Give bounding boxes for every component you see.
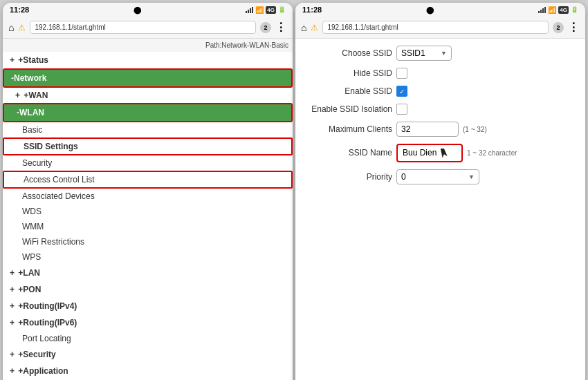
sidebar-item-basic[interactable]: Basic — [3, 122, 293, 137]
max-clients-hint: (1 ~ 32) — [463, 126, 487, 133]
right-warning-icon: ⚠ — [311, 23, 318, 32]
choose-ssid-select[interactable]: SSID1 ▼ — [396, 46, 452, 61]
priority-control: 0 ▼ — [396, 169, 578, 184]
wan-label: +WAN — [24, 91, 48, 100]
right-battery-icon: 🔋 — [571, 6, 578, 13]
wmm-label: WMM — [22, 222, 44, 231]
enable-ssid-checkbox[interactable]: ✓ — [396, 86, 407, 97]
sidebar-item-wan[interactable]: +WAN — [3, 88, 293, 103]
signal-bar-4 — [252, 7, 253, 13]
ssid-name-row: SSID Name Buu Dien 1 ~ 32 character — [302, 144, 578, 162]
hide-ssid-row: Hide SSID — [302, 68, 578, 79]
ssid-dropdown-arrow: ▼ — [441, 50, 447, 57]
sidebar-item-wmm[interactable]: WMM — [3, 219, 293, 234]
hide-ssid-label: Hide SSID — [302, 68, 392, 78]
right-signal — [538, 6, 546, 13]
right-tab-badge[interactable]: 2 — [553, 22, 564, 33]
sidebar-item-port-locating[interactable]: Port Locating — [3, 331, 293, 346]
application-label: +Application — [18, 366, 68, 376]
maximum-clients-input[interactable]: 32 — [396, 122, 459, 137]
left-home-icon[interactable]: ⌂ — [8, 22, 14, 33]
maximum-clients-row: Maximum Clients 32 (1 ~ 32) — [302, 122, 578, 137]
enable-ssid-isolation-row: Enable SSID Isolation — [302, 104, 578, 115]
enable-ssid-row: Enable SSID ✓ — [302, 86, 578, 97]
max-clients-value: 32 — [401, 124, 410, 134]
ssid-name-hint: 1 ~ 32 character — [467, 149, 517, 157]
sidebar-item-routing-ipv6[interactable]: +Routing(IPv6) — [3, 314, 293, 331]
right-lte-badge: 4G — [558, 6, 569, 14]
signal-bar-1 — [246, 11, 247, 13]
wifi-restrictions-label: WiFi Restrictions — [22, 237, 84, 247]
routing-ipv6-label: +Routing(IPv6) — [18, 318, 77, 327]
maximum-clients-label: Maximum Clients — [302, 124, 392, 134]
ssid-isolation-checkbox[interactable] — [396, 104, 407, 115]
sidebar-item-application[interactable]: +Application — [3, 363, 293, 379]
enable-ssid-label: Enable SSID — [302, 86, 392, 96]
port-locating-label: Port Locating — [22, 334, 71, 343]
ssid-name-control: Buu Dien 1 ~ 32 character — [396, 144, 578, 162]
hide-ssid-checkbox[interactable] — [396, 68, 407, 79]
priority-value: 0 — [401, 172, 406, 182]
security-label: Security — [22, 158, 52, 168]
wds-label: WDS — [22, 207, 42, 216]
signal-bar-3 — [250, 8, 251, 13]
right-status-icons: 📶 4G 🔋 — [538, 6, 578, 14]
wps-label: WPS — [22, 252, 41, 262]
left-warning-icon: ⚠ — [18, 23, 26, 32]
sidebar-item-wds[interactable]: WDS — [3, 204, 293, 219]
maximum-clients-control: 32 (1 ~ 32) — [396, 122, 578, 137]
sidebar-item-lan[interactable]: +LAN — [3, 265, 293, 281]
left-wifi-icon: 📶 — [255, 6, 264, 14]
associated-label: Associated Devices — [22, 191, 95, 201]
right-content: Choose SSID SSID1 ▼ Hide SSID — [295, 39, 585, 380]
sidebar-item-status[interactable]: +Status — [3, 52, 293, 68]
sidebar-item-access-control[interactable]: Access Control List — [3, 171, 293, 189]
priority-dropdown-arrow: ▼ — [468, 173, 475, 180]
left-url-text: 192.168.1.1/start.ghtml — [35, 23, 105, 31]
choose-ssid-row: Choose SSID SSID1 ▼ — [302, 46, 578, 61]
sidebar-item-wlan[interactable]: -WLAN — [3, 103, 293, 122]
left-url-bar[interactable]: 192.168.1.1/start.ghtml — [30, 21, 256, 34]
right-status-dot: ⬤ — [426, 6, 434, 14]
left-menu-icon[interactable]: ⋮ — [275, 21, 287, 34]
left-phone: 11:28 ⬤ 📶 4G 🔋 ⌂ ⚠ 192.168.1.1/start.ght… — [3, 3, 293, 380]
lan-label: +LAN — [18, 268, 40, 278]
pon-label: +PON — [18, 285, 41, 294]
sidebar-item-pon[interactable]: +PON — [3, 281, 293, 298]
hide-ssid-control — [396, 68, 578, 79]
right-home-icon[interactable]: ⌂ — [301, 22, 306, 33]
left-tab-badge[interactable]: 2 — [260, 22, 271, 33]
sidebar-item-security-section[interactable]: +Security — [3, 346, 293, 363]
r-signal-bar-1 — [538, 11, 540, 13]
sidebar: Path:Network-WLAN-Basic +Status -Network… — [3, 39, 293, 380]
sidebar-item-associated[interactable]: Associated Devices — [3, 189, 293, 204]
sidebar-item-network[interactable]: -Network — [3, 68, 293, 88]
right-nav-bar: ⌂ ⚠ 192.168.1.1/start.ghtml 2 ⋮ — [295, 17, 585, 39]
form-panel: Choose SSID SSID1 ▼ Hide SSID — [295, 39, 585, 380]
ssid-name-input[interactable]: Buu Dien — [398, 146, 461, 160]
ssid-name-wrapper: Buu Dien — [396, 144, 463, 162]
ssid-value: SSID1 — [401, 48, 425, 58]
priority-select[interactable]: 0 ▼ — [396, 169, 479, 184]
priority-label: Priority — [302, 172, 392, 182]
right-menu-icon[interactable]: ⋮ — [568, 21, 580, 34]
choose-ssid-label: Choose SSID — [302, 48, 392, 58]
access-control-label: Access Control List — [24, 175, 95, 184]
left-nav-bar: ⌂ ⚠ 192.168.1.1/start.ghtml 2 ⋮ — [3, 17, 293, 39]
priority-row: Priority 0 ▼ — [302, 169, 578, 184]
right-status-bar: 11:28 ⬤ 📶 4G 🔋 — [295, 3, 585, 17]
sidebar-item-ssid-settings[interactable]: SSID Settings — [3, 137, 293, 155]
left-content: Path:Network-WLAN-Basic +Status -Network… — [3, 39, 293, 380]
right-url-bar[interactable]: 192.168.1.1/start.ghtml — [322, 21, 549, 34]
left-signal — [246, 6, 253, 13]
right-time: 11:28 — [302, 6, 322, 14]
right-url-text: 192.168.1.1/start.ghtml — [327, 23, 398, 31]
sidebar-item-security[interactable]: Security — [3, 155, 293, 171]
r-signal-bar-2 — [540, 10, 542, 13]
signal-bar-2 — [248, 10, 249, 13]
right-phone: 11:28 ⬤ 📶 4G 🔋 ⌂ ⚠ 192.168.1.1/start.ght… — [295, 3, 585, 380]
sidebar-item-routing-ipv4[interactable]: +Routing(IPv4) — [3, 298, 293, 314]
sidebar-item-wps[interactable]: WPS — [3, 249, 293, 265]
r-signal-bar-3 — [542, 8, 544, 13]
sidebar-item-wifi-restrictions[interactable]: WiFi Restrictions — [3, 234, 293, 249]
